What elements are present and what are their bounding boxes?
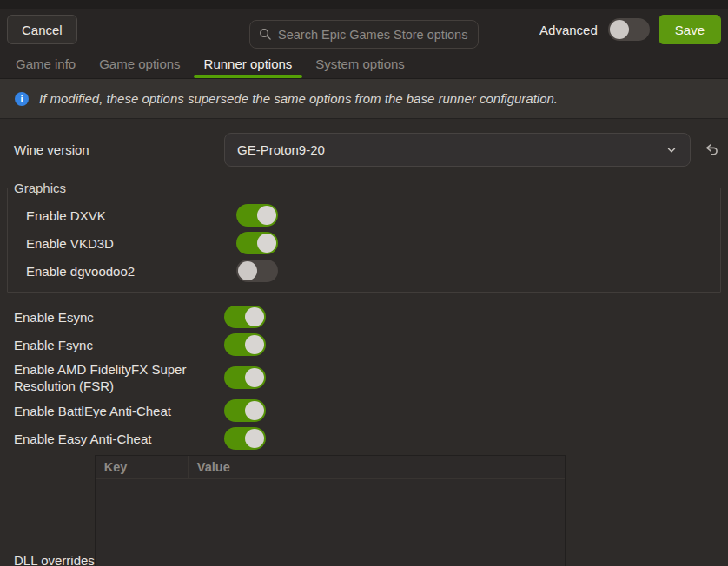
headerbar: Cancel Search Epic Games Store options A… [0, 9, 728, 50]
advanced-toggle[interactable] [608, 18, 650, 41]
dll-overrides-row: DLL overrides Key Value [0, 455, 728, 566]
toggle-knob [238, 261, 257, 280]
wine-version-dropdown[interactable]: GE-Proton9-20 [224, 133, 691, 167]
runner-options-dialog: Cancel Search Epic Games Store options A… [0, 0, 728, 566]
tab-system-options[interactable]: System options [305, 50, 415, 78]
option-row-eac: Enable Easy Anti-Cheat [0, 427, 728, 450]
tab-game-info[interactable]: Game info [5, 50, 86, 78]
eac-toggle[interactable] [224, 427, 266, 450]
options-panel: Wine version GE-Proton9-20 [0, 119, 728, 566]
option-row-fsr: Enable AMD FidelityFX Super Resolution (… [0, 361, 728, 394]
fsync-label: Enable Fsync [14, 337, 224, 353]
dll-overrides-table-header: Key Value [96, 456, 565, 479]
vkd3d-label: Enable VKD3D [26, 235, 236, 252]
search-input[interactable]: Search Epic Games Store options [249, 20, 479, 49]
search-placeholder: Search Epic Games Store options [278, 28, 467, 42]
cancel-button[interactable]: Cancel [7, 15, 77, 44]
battleye-toggle[interactable] [224, 399, 266, 422]
wine-version-label: Wine version [14, 142, 224, 158]
graphics-group: Graphics Enable DXVK Enable VKD3D Enable… [7, 181, 721, 293]
toggle-knob [245, 307, 264, 326]
tab-game-options[interactable]: Game options [89, 50, 190, 78]
save-button[interactable]: Save [659, 15, 721, 44]
vkd3d-toggle[interactable] [236, 232, 278, 254]
column-header-value[interactable]: Value [189, 456, 565, 478]
dll-overrides-label: DLL overrides [14, 553, 95, 566]
tab-bar: Game info Game options Runner options Sy… [0, 50, 728, 79]
advanced-label: Advanced [539, 23, 598, 37]
toggle-knob [610, 20, 629, 39]
fsr-toggle[interactable] [224, 366, 266, 389]
battleye-label: Enable BattlEye Anti-Cheat [14, 403, 224, 419]
eac-label: Enable Easy Anti-Cheat [14, 431, 224, 447]
option-row-fsync: Enable Fsync [0, 333, 728, 356]
info-banner: i If modified, these options supersede t… [0, 79, 728, 119]
column-header-key[interactable]: Key [96, 456, 189, 478]
undo-icon [704, 142, 720, 158]
option-row-dxvk: Enable DXVK [26, 204, 720, 227]
info-icon: i [15, 92, 29, 106]
toggle-knob [245, 429, 264, 448]
toggle-knob [245, 335, 264, 354]
dll-overrides-table[interactable]: Key Value [95, 455, 566, 566]
toggle-knob [245, 368, 264, 387]
dgvoodoo2-toggle[interactable] [236, 260, 278, 282]
graphics-group-legend: Graphics [14, 181, 72, 195]
reset-wine-version-button[interactable] [702, 140, 722, 160]
option-row-battleye: Enable BattlEye Anti-Cheat [0, 399, 728, 422]
toggle-knob [257, 234, 276, 253]
toggle-knob [257, 206, 276, 225]
esync-label: Enable Esync [14, 309, 224, 326]
fsync-toggle[interactable] [224, 333, 266, 356]
dxvk-label: Enable DXVK [26, 207, 236, 224]
wine-version-value: GE-Proton9-20 [237, 142, 325, 157]
info-banner-text: If modified, these options supersede the… [39, 91, 558, 106]
chevron-down-icon [665, 144, 678, 156]
option-row-esync: Enable Esync [0, 306, 728, 328]
dxvk-toggle[interactable] [236, 204, 278, 227]
tab-runner-options[interactable]: Runner options [194, 50, 303, 78]
esync-toggle[interactable] [224, 306, 266, 328]
option-row-dgvoodoo2: Enable dgvoodoo2 [26, 260, 720, 282]
dgvoodoo2-label: Enable dgvoodoo2 [26, 263, 236, 280]
wine-version-row: Wine version GE-Proton9-20 [0, 133, 728, 167]
window-top-edge [0, 0, 728, 9]
option-row-vkd3d: Enable VKD3D [26, 232, 720, 254]
search-icon [259, 28, 272, 41]
fsr-label: Enable AMD FidelityFX Super Resolution (… [14, 361, 224, 394]
toggle-knob [245, 401, 264, 420]
